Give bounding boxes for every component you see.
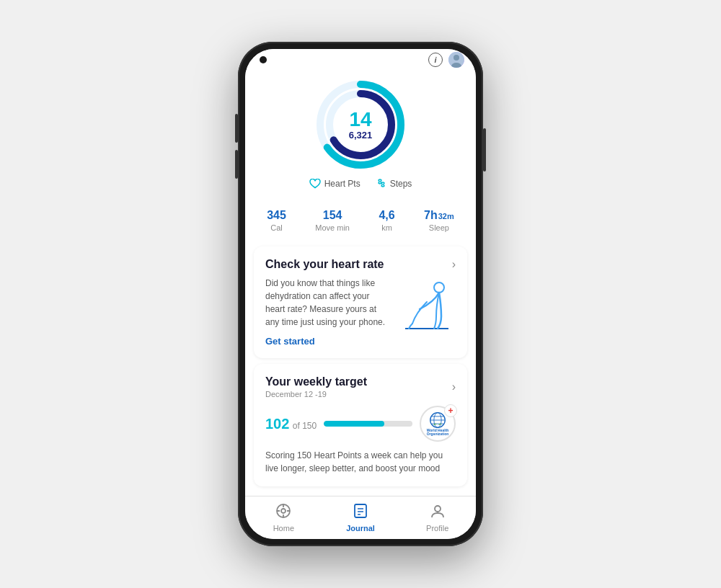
phone-screen: i — [245, 49, 476, 539]
info-icon[interactable]: i — [428, 53, 443, 67]
journal-icon — [353, 503, 368, 522]
heart-rate-text: Did you know that things like dehydratio… — [265, 277, 391, 347]
heart-rate-illustration — [398, 277, 456, 334]
legend-heart-label: Heart Pts — [324, 179, 360, 189]
status-bar: i — [245, 49, 476, 71]
km-label: km — [379, 223, 394, 232]
nav-profile[interactable]: Profile — [399, 503, 476, 533]
plus-badge: + — [444, 404, 457, 417]
phone-frame: i — [238, 42, 483, 546]
steps-icon — [375, 179, 386, 189]
volume-down-button — [235, 150, 238, 179]
stats-row: 345 Cal 154 Move min 4,6 km 7h 32m Sleep — [245, 200, 476, 241]
svg-point-15 — [281, 509, 286, 513]
stat-sleep: 7h 32m Sleep — [424, 209, 454, 232]
volume-up-button — [235, 114, 238, 143]
heart-pts-value: 14 — [349, 110, 373, 130]
heart-rate-body: Did you know that things like dehydratio… — [265, 277, 456, 347]
who-globe-icon — [429, 411, 446, 429]
nav-home[interactable]: Home — [245, 503, 322, 533]
ring-section: 14 6,321 Heart Pts — [245, 71, 476, 200]
journal-label: Journal — [346, 524, 375, 533]
progress-bar-fill — [324, 421, 384, 427]
sleep-value-container: 7h 32m — [424, 209, 454, 222]
target-of-label: of — [293, 421, 302, 431]
svg-point-24 — [435, 506, 441, 512]
who-text: World HealthOrganization — [427, 429, 449, 437]
sleep-minutes: 32m — [438, 212, 454, 220]
heart-rate-description: Did you know that things like dehydratio… — [265, 277, 391, 329]
target-max-value: 150 — [302, 421, 317, 431]
km-value: 4,6 — [379, 209, 394, 222]
info-char: i — [434, 55, 436, 64]
home-icon — [275, 503, 291, 522]
main-content: 14 6,321 Heart Pts — [245, 71, 476, 496]
heart-rate-card: Check your heart rate › Did you know tha… — [254, 246, 467, 358]
chevron-right-icon[interactable]: › — [452, 258, 456, 271]
target-description: Scoring 150 Heart Points a week can help… — [265, 449, 456, 475]
avatar[interactable] — [448, 52, 464, 68]
heart-rate-title: Check your heart rate — [265, 258, 384, 271]
profile-icon — [430, 503, 446, 522]
cal-label: Cal — [267, 223, 286, 232]
legend-steps: Steps — [375, 179, 412, 189]
status-icons: i — [428, 52, 464, 68]
svg-point-1 — [454, 55, 459, 61]
svg-point-8 — [434, 282, 444, 293]
ring-values: 14 6,321 — [349, 110, 373, 141]
target-current-value: 102 of 150 — [265, 416, 317, 432]
front-camera — [260, 56, 267, 63]
move-value: 154 — [315, 209, 350, 222]
heart-rate-header: Check your heart rate › — [265, 258, 456, 271]
heart-icon — [309, 179, 321, 189]
stat-cal: 345 Cal — [267, 209, 286, 232]
sleep-hours: 7h — [424, 209, 438, 222]
steps-value: 6,321 — [349, 130, 373, 141]
get-started-button[interactable]: Get started — [265, 336, 391, 347]
ring-legend: Heart Pts Steps — [309, 179, 412, 189]
cal-value: 345 — [267, 209, 286, 222]
weekly-target-header: Your weekly target December 12 -19 › — [265, 375, 456, 398]
stat-move: 154 Move min — [315, 209, 350, 232]
progress-bar-container — [324, 421, 412, 427]
weekly-target-card: Your weekly target December 12 -19 › 102… — [254, 364, 467, 486]
weekly-target-title: Your weekly target — [265, 375, 367, 388]
who-badge: World HealthOrganization + — [420, 406, 456, 442]
weekly-target-date: December 12 -19 — [265, 390, 367, 398]
profile-label: Profile — [426, 524, 448, 533]
bottom-nav: Home Journal — [245, 496, 476, 539]
nav-journal[interactable]: Journal — [322, 503, 399, 533]
target-progress-row: 102 of 150 — [265, 406, 456, 442]
power-button — [483, 128, 486, 172]
move-label: Move min — [315, 223, 350, 232]
activity-ring: 14 6,321 — [314, 78, 407, 172]
stat-km: 4,6 km — [379, 209, 394, 232]
svg-rect-20 — [355, 504, 366, 517]
weekly-chevron-icon[interactable]: › — [452, 380, 456, 393]
legend-heart-pts: Heart Pts — [309, 179, 360, 189]
legend-steps-label: Steps — [390, 179, 412, 189]
home-label: Home — [273, 524, 294, 533]
sleep-label: Sleep — [424, 223, 454, 232]
current-value: 102 — [265, 416, 289, 432]
